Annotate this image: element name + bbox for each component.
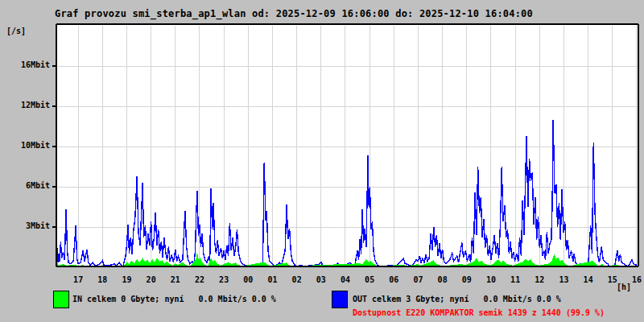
x-tick-label: 04 <box>335 275 356 284</box>
x-tick-label: 13 <box>553 275 574 284</box>
x-tick-label: 22 <box>189 275 210 284</box>
legend-out-label: OUT celkem 3 Gbyte; nyní 0.0 Mbit/s 0.0 … <box>353 295 561 303</box>
x-axis-unit-label: [h] <box>617 283 631 291</box>
x-tick-label: 08 <box>432 275 453 284</box>
x-tick-label: 21 <box>165 275 186 284</box>
y-axis-unit-label: [/s] <box>6 27 26 35</box>
x-tick-label: 05 <box>359 275 380 284</box>
x-tick-label: 19 <box>116 275 137 284</box>
legend-out-swatch <box>332 291 348 308</box>
y-tick-label: 16Mbit <box>0 60 50 69</box>
x-tick-label: 01 <box>262 275 283 284</box>
y-tick-label: 12Mbit <box>0 101 50 109</box>
x-tick-label: 12 <box>529 275 550 284</box>
y-tick-label: 10Mbit <box>0 141 50 150</box>
legend-in-label: IN celkem 0 Gbyte; nyní 0.0 Mbit/s 0.0 % <box>72 295 276 303</box>
plot-area <box>52 23 642 269</box>
traffic-graph-window: Graf provozu smi_sterba_ap1_wlan od: 202… <box>0 0 644 322</box>
x-tick-label: 10 <box>481 275 502 284</box>
availability-status: Dostupnost E220 KOMPAKTOR semik 1439 z 1… <box>353 308 605 317</box>
x-tick-label: 17 <box>68 275 89 284</box>
y-tick-label: 3Mbit <box>0 221 50 230</box>
x-tick-label: 20 <box>141 275 162 284</box>
legend-in-swatch <box>53 291 69 308</box>
x-tick-label: 03 <box>311 275 332 284</box>
x-tick-label: 07 <box>407 275 428 284</box>
x-tick-label: 11 <box>505 275 526 284</box>
x-tick-label: 09 <box>456 275 477 284</box>
x-tick-label: 00 <box>237 275 258 284</box>
x-tick-label: 23 <box>213 275 234 284</box>
x-tick-label: 18 <box>92 275 113 284</box>
graph-title: Graf provozu smi_sterba_ap1_wlan od: 202… <box>55 8 533 19</box>
x-tick-label: 02 <box>287 275 308 284</box>
y-tick-label: 6Mbit <box>0 181 50 190</box>
x-tick-label: 06 <box>383 275 404 284</box>
x-tick-label: 14 <box>578 275 599 284</box>
